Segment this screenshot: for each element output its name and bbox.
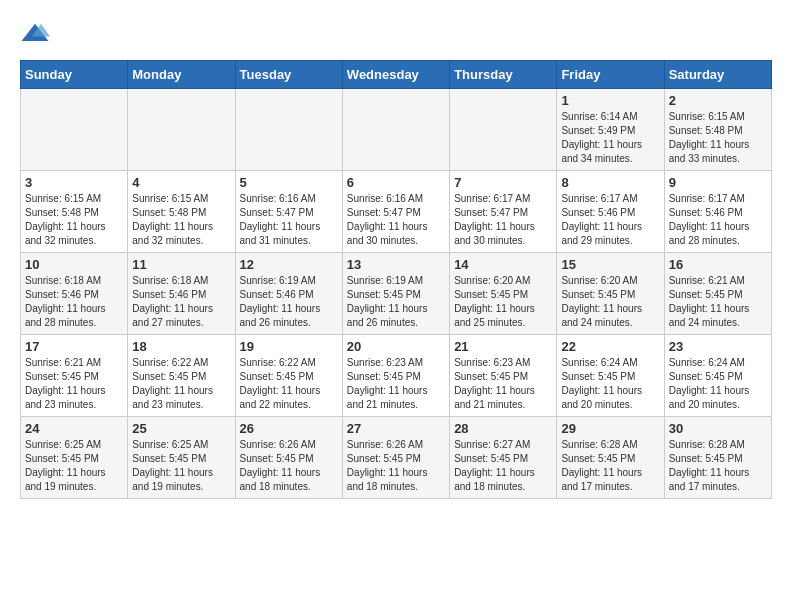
weekday-header-wednesday: Wednesday: [342, 61, 449, 89]
day-number: 10: [25, 257, 123, 272]
calendar-cell: 12Sunrise: 6:19 AM Sunset: 5:46 PM Dayli…: [235, 253, 342, 335]
day-info: Sunrise: 6:17 AM Sunset: 5:46 PM Dayligh…: [669, 192, 767, 248]
day-number: 17: [25, 339, 123, 354]
day-info: Sunrise: 6:19 AM Sunset: 5:46 PM Dayligh…: [240, 274, 338, 330]
calendar-week-row: 1Sunrise: 6:14 AM Sunset: 5:49 PM Daylig…: [21, 89, 772, 171]
weekday-header-row: SundayMondayTuesdayWednesdayThursdayFrid…: [21, 61, 772, 89]
day-info: Sunrise: 6:23 AM Sunset: 5:45 PM Dayligh…: [454, 356, 552, 412]
day-number: 28: [454, 421, 552, 436]
weekday-header-tuesday: Tuesday: [235, 61, 342, 89]
day-number: 23: [669, 339, 767, 354]
calendar-cell: 19Sunrise: 6:22 AM Sunset: 5:45 PM Dayli…: [235, 335, 342, 417]
day-info: Sunrise: 6:15 AM Sunset: 5:48 PM Dayligh…: [25, 192, 123, 248]
day-number: 3: [25, 175, 123, 190]
day-number: 21: [454, 339, 552, 354]
day-info: Sunrise: 6:22 AM Sunset: 5:45 PM Dayligh…: [132, 356, 230, 412]
day-info: Sunrise: 6:18 AM Sunset: 5:46 PM Dayligh…: [132, 274, 230, 330]
calendar-cell: [235, 89, 342, 171]
weekday-header-monday: Monday: [128, 61, 235, 89]
calendar-cell: 2Sunrise: 6:15 AM Sunset: 5:48 PM Daylig…: [664, 89, 771, 171]
calendar-cell: 4Sunrise: 6:15 AM Sunset: 5:48 PM Daylig…: [128, 171, 235, 253]
day-number: 4: [132, 175, 230, 190]
day-number: 29: [561, 421, 659, 436]
day-number: 16: [669, 257, 767, 272]
day-info: Sunrise: 6:18 AM Sunset: 5:46 PM Dayligh…: [25, 274, 123, 330]
calendar-cell: 22Sunrise: 6:24 AM Sunset: 5:45 PM Dayli…: [557, 335, 664, 417]
calendar-cell: 5Sunrise: 6:16 AM Sunset: 5:47 PM Daylig…: [235, 171, 342, 253]
day-number: 2: [669, 93, 767, 108]
day-info: Sunrise: 6:19 AM Sunset: 5:45 PM Dayligh…: [347, 274, 445, 330]
day-number: 6: [347, 175, 445, 190]
calendar-cell: 26Sunrise: 6:26 AM Sunset: 5:45 PM Dayli…: [235, 417, 342, 499]
day-info: Sunrise: 6:14 AM Sunset: 5:49 PM Dayligh…: [561, 110, 659, 166]
day-info: Sunrise: 6:24 AM Sunset: 5:45 PM Dayligh…: [669, 356, 767, 412]
calendar-cell: [128, 89, 235, 171]
weekday-header-thursday: Thursday: [450, 61, 557, 89]
day-number: 14: [454, 257, 552, 272]
calendar-cell: 7Sunrise: 6:17 AM Sunset: 5:47 PM Daylig…: [450, 171, 557, 253]
calendar-cell: [450, 89, 557, 171]
day-number: 30: [669, 421, 767, 436]
calendar-cell: 30Sunrise: 6:28 AM Sunset: 5:45 PM Dayli…: [664, 417, 771, 499]
day-number: 25: [132, 421, 230, 436]
day-info: Sunrise: 6:28 AM Sunset: 5:45 PM Dayligh…: [669, 438, 767, 494]
day-info: Sunrise: 6:20 AM Sunset: 5:45 PM Dayligh…: [454, 274, 552, 330]
day-number: 22: [561, 339, 659, 354]
day-info: Sunrise: 6:17 AM Sunset: 5:46 PM Dayligh…: [561, 192, 659, 248]
calendar-cell: 23Sunrise: 6:24 AM Sunset: 5:45 PM Dayli…: [664, 335, 771, 417]
day-number: 5: [240, 175, 338, 190]
day-number: 11: [132, 257, 230, 272]
day-number: 13: [347, 257, 445, 272]
calendar-cell: 8Sunrise: 6:17 AM Sunset: 5:46 PM Daylig…: [557, 171, 664, 253]
day-info: Sunrise: 6:22 AM Sunset: 5:45 PM Dayligh…: [240, 356, 338, 412]
calendar-cell: 10Sunrise: 6:18 AM Sunset: 5:46 PM Dayli…: [21, 253, 128, 335]
weekday-header-friday: Friday: [557, 61, 664, 89]
day-info: Sunrise: 6:26 AM Sunset: 5:45 PM Dayligh…: [347, 438, 445, 494]
calendar-cell: 11Sunrise: 6:18 AM Sunset: 5:46 PM Dayli…: [128, 253, 235, 335]
calendar-cell: 9Sunrise: 6:17 AM Sunset: 5:46 PM Daylig…: [664, 171, 771, 253]
calendar-cell: 14Sunrise: 6:20 AM Sunset: 5:45 PM Dayli…: [450, 253, 557, 335]
day-number: 20: [347, 339, 445, 354]
day-info: Sunrise: 6:16 AM Sunset: 5:47 PM Dayligh…: [347, 192, 445, 248]
calendar-cell: 25Sunrise: 6:25 AM Sunset: 5:45 PM Dayli…: [128, 417, 235, 499]
day-number: 15: [561, 257, 659, 272]
day-info: Sunrise: 6:27 AM Sunset: 5:45 PM Dayligh…: [454, 438, 552, 494]
day-info: Sunrise: 6:25 AM Sunset: 5:45 PM Dayligh…: [25, 438, 123, 494]
calendar-cell: 6Sunrise: 6:16 AM Sunset: 5:47 PM Daylig…: [342, 171, 449, 253]
calendar-week-row: 24Sunrise: 6:25 AM Sunset: 5:45 PM Dayli…: [21, 417, 772, 499]
day-number: 9: [669, 175, 767, 190]
day-number: 18: [132, 339, 230, 354]
day-info: Sunrise: 6:15 AM Sunset: 5:48 PM Dayligh…: [669, 110, 767, 166]
calendar-cell: 15Sunrise: 6:20 AM Sunset: 5:45 PM Dayli…: [557, 253, 664, 335]
day-number: 26: [240, 421, 338, 436]
calendar-cell: 1Sunrise: 6:14 AM Sunset: 5:49 PM Daylig…: [557, 89, 664, 171]
calendar-cell: 24Sunrise: 6:25 AM Sunset: 5:45 PM Dayli…: [21, 417, 128, 499]
calendar-cell: 29Sunrise: 6:28 AM Sunset: 5:45 PM Dayli…: [557, 417, 664, 499]
calendar-cell: 20Sunrise: 6:23 AM Sunset: 5:45 PM Dayli…: [342, 335, 449, 417]
calendar-week-row: 3Sunrise: 6:15 AM Sunset: 5:48 PM Daylig…: [21, 171, 772, 253]
calendar-week-row: 10Sunrise: 6:18 AM Sunset: 5:46 PM Dayli…: [21, 253, 772, 335]
calendar-cell: [342, 89, 449, 171]
day-info: Sunrise: 6:15 AM Sunset: 5:48 PM Dayligh…: [132, 192, 230, 248]
calendar-cell: 16Sunrise: 6:21 AM Sunset: 5:45 PM Dayli…: [664, 253, 771, 335]
calendar-week-row: 17Sunrise: 6:21 AM Sunset: 5:45 PM Dayli…: [21, 335, 772, 417]
calendar-cell: 18Sunrise: 6:22 AM Sunset: 5:45 PM Dayli…: [128, 335, 235, 417]
day-info: Sunrise: 6:28 AM Sunset: 5:45 PM Dayligh…: [561, 438, 659, 494]
day-number: 1: [561, 93, 659, 108]
logo-icon: [20, 20, 50, 50]
calendar-cell: 3Sunrise: 6:15 AM Sunset: 5:48 PM Daylig…: [21, 171, 128, 253]
day-number: 24: [25, 421, 123, 436]
calendar-table: SundayMondayTuesdayWednesdayThursdayFrid…: [20, 60, 772, 499]
day-info: Sunrise: 6:21 AM Sunset: 5:45 PM Dayligh…: [25, 356, 123, 412]
logo: [20, 20, 54, 50]
day-info: Sunrise: 6:23 AM Sunset: 5:45 PM Dayligh…: [347, 356, 445, 412]
day-info: Sunrise: 6:21 AM Sunset: 5:45 PM Dayligh…: [669, 274, 767, 330]
calendar-cell: 13Sunrise: 6:19 AM Sunset: 5:45 PM Dayli…: [342, 253, 449, 335]
day-info: Sunrise: 6:26 AM Sunset: 5:45 PM Dayligh…: [240, 438, 338, 494]
day-number: 8: [561, 175, 659, 190]
page-header: [20, 20, 772, 50]
day-info: Sunrise: 6:17 AM Sunset: 5:47 PM Dayligh…: [454, 192, 552, 248]
day-number: 12: [240, 257, 338, 272]
day-number: 19: [240, 339, 338, 354]
calendar-cell: [21, 89, 128, 171]
